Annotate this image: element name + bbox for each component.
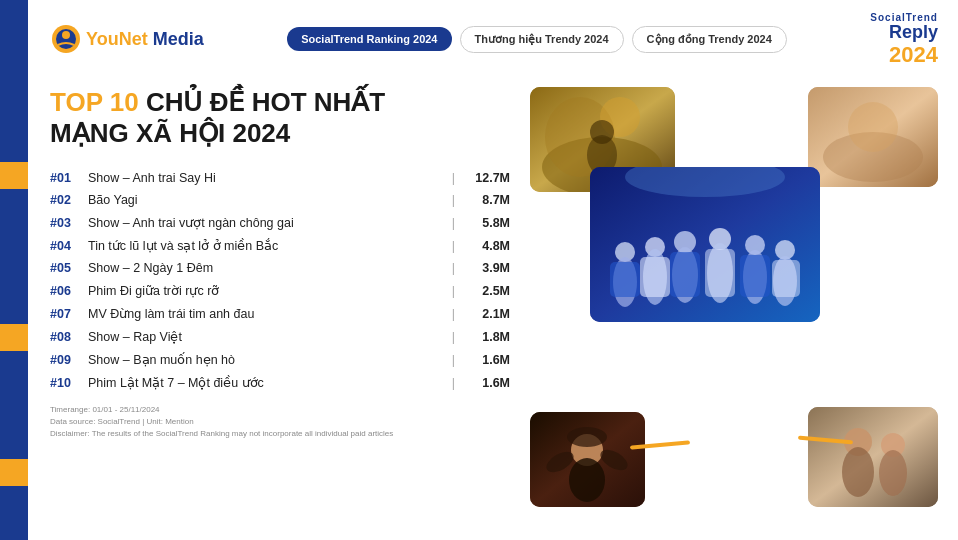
main-content: YouNet Media SocialTrend Ranking 2024 Th… xyxy=(30,0,958,540)
svg-rect-38 xyxy=(808,407,938,507)
rank-item-8: #08 Show – Rap Việt | 1.8M xyxy=(50,325,510,348)
header: YouNet Media SocialTrend Ranking 2024 Th… xyxy=(30,0,958,77)
image-center xyxy=(590,167,820,322)
right-content xyxy=(530,77,938,540)
svg-rect-29 xyxy=(705,249,735,297)
rank-num: #06 xyxy=(50,284,88,298)
rank-divider: | xyxy=(452,216,455,230)
svg-point-40 xyxy=(842,447,874,497)
rank-value: 4.8M xyxy=(465,239,510,253)
badge-reply: Reply xyxy=(870,23,938,43)
tab-socialtrend-ranking[interactable]: SocialTrend Ranking 2024 xyxy=(287,27,451,51)
rank-num: #10 xyxy=(50,376,88,390)
rank-value: 5.8M xyxy=(465,216,510,230)
rank-title: Bão Yagi xyxy=(88,193,442,207)
image-bottom-left xyxy=(530,412,645,507)
rank-value: 12.7M xyxy=(465,171,510,185)
svg-point-2 xyxy=(62,31,70,39)
left-accent-bar xyxy=(0,0,28,540)
svg-rect-31 xyxy=(772,260,800,297)
rank-num: #09 xyxy=(50,353,88,367)
badge-year: 2024 xyxy=(870,43,938,67)
younet-logo-icon xyxy=(50,23,82,55)
logo-text: YouNet Media xyxy=(86,29,204,50)
rank-item-4: #04 Tin tức lũ lụt và sạt lở ở miền Bắc … xyxy=(50,234,510,257)
rank-item-1: #01 Show – Anh trai Say Hi | 12.7M xyxy=(50,167,510,189)
rank-num: #08 xyxy=(50,330,88,344)
rankings-list: #01 Show – Anh trai Say Hi | 12.7M #02 B… xyxy=(50,167,510,394)
rank-divider: | xyxy=(452,171,455,185)
rank-divider: | xyxy=(452,239,455,253)
rank-title: Phim Đi giữa trời rực rỡ xyxy=(88,283,442,298)
body-layout: TOP 10 CHỦ ĐỀ HOT NHẤTMẠNG XÃ HỘI 2024 #… xyxy=(30,77,958,540)
footer-notes: Timerange: 01/01 - 25/11/2024 Data sourc… xyxy=(50,404,510,440)
image-top-right xyxy=(808,87,938,187)
rank-divider: | xyxy=(452,353,455,367)
rank-title: Tin tức lũ lụt và sạt lở ở miền Bắc xyxy=(88,238,442,253)
rank-item-6: #06 Phim Đi giữa trời rực rỡ | 2.5M xyxy=(50,279,510,302)
rank-item-2: #02 Bão Yagi | 8.7M xyxy=(50,189,510,211)
rank-divider: | xyxy=(452,193,455,207)
rank-title: Show – Rap Việt xyxy=(88,329,442,344)
svg-rect-28 xyxy=(670,252,700,297)
footer-line1: Timerange: 01/01 - 25/11/2024 xyxy=(50,404,510,416)
rank-title: Show – Anh trai vượt ngàn chông gai xyxy=(88,215,442,230)
rank-divider: | xyxy=(452,261,455,275)
title-top10: TOP 10 xyxy=(50,87,139,117)
rank-divider: | xyxy=(452,330,455,344)
rank-value: 2.1M xyxy=(465,307,510,321)
rank-item-7: #07 MV Đừng làm trái tim anh đau | 2.1M xyxy=(50,302,510,325)
rank-title: MV Đừng làm trái tim anh đau xyxy=(88,306,442,321)
rank-title: Show – 2 Ngày 1 Đêm xyxy=(88,261,442,275)
rank-item-3: #03 Show – Anh trai vượt ngàn chông gai … xyxy=(50,211,510,234)
social-trend-badge: SocialTrend Reply 2024 xyxy=(870,12,938,67)
svg-point-11 xyxy=(848,102,898,152)
svg-point-37 xyxy=(567,427,607,447)
rank-num: #07 xyxy=(50,307,88,321)
rank-title: Phim Lật Mặt 7 – Một điều ước xyxy=(88,375,442,390)
svg-point-42 xyxy=(879,450,907,496)
rank-value: 1.8M xyxy=(465,330,510,344)
rank-item-9: #09 Show – Bạn muốn hẹn hò | 1.6M xyxy=(50,348,510,371)
rank-num: #02 xyxy=(50,193,88,207)
image-bottom-right xyxy=(808,407,938,507)
rank-value: 8.7M xyxy=(465,193,510,207)
left-content: TOP 10 CHỦ ĐỀ HOT NHẤTMẠNG XÃ HỘI 2024 #… xyxy=(50,77,510,540)
rank-num: #03 xyxy=(50,216,88,230)
footer-line2: Data source: SocialTrend | Unit: Mention xyxy=(50,416,510,428)
svg-rect-27 xyxy=(640,257,670,297)
rank-title: Show – Bạn muốn hẹn hò xyxy=(88,352,442,367)
nav-tabs: SocialTrend Ranking 2024 Thương hiệu Tre… xyxy=(287,26,787,53)
rank-divider: | xyxy=(452,307,455,321)
svg-rect-26 xyxy=(610,262,640,297)
main-title: TOP 10 CHỦ ĐỀ HOT NHẤTMẠNG XÃ HỘI 2024 xyxy=(50,87,510,149)
rank-num: #05 xyxy=(50,261,88,275)
rank-value: 1.6M xyxy=(465,376,510,390)
footer-line3: Disclaimer: The results of the SocialTre… xyxy=(50,428,510,440)
rank-divider: | xyxy=(452,376,455,390)
rank-value: 3.9M xyxy=(465,261,510,275)
rank-item-10: #10 Phim Lật Mặt 7 – Một điều ước | 1.6M xyxy=(50,371,510,394)
rank-value: 2.5M xyxy=(465,284,510,298)
tab-thuong-hieu[interactable]: Thương hiệu Trendy 2024 xyxy=(460,26,624,53)
logo-area: YouNet Media xyxy=(50,23,204,55)
svg-rect-30 xyxy=(740,255,770,297)
tab-cong-dong[interactable]: Cộng đồng Trendy 2024 xyxy=(632,26,787,53)
rank-title: Show – Anh trai Say Hi xyxy=(88,171,442,185)
rank-num: #04 xyxy=(50,239,88,253)
rank-item-5: #05 Show – 2 Ngày 1 Đêm | 3.9M xyxy=(50,257,510,279)
rank-divider: | xyxy=(452,284,455,298)
rank-num: #01 xyxy=(50,171,88,185)
rank-value: 1.6M xyxy=(465,353,510,367)
svg-point-34 xyxy=(569,458,605,502)
